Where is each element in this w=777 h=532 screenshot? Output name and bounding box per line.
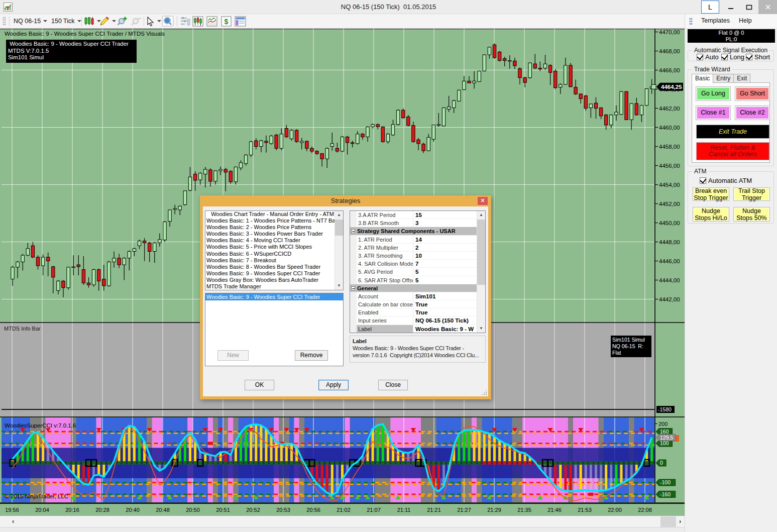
remove-button[interactable]: Remove xyxy=(295,350,328,361)
reset-flatten-button[interactable]: Reset, Flatten & Cancel all Orders xyxy=(696,142,769,160)
strategy-list-item[interactable]: Woodies Chart Trader - Manual Order Entr… xyxy=(205,211,343,218)
dollar-icon[interactable]: $ xyxy=(221,14,232,28)
cci-hist-bar xyxy=(275,442,278,463)
scrollbar-thumb[interactable] xyxy=(335,220,343,236)
strategy-list[interactable]: Woodies Chart Trader - Manual Order Entr… xyxy=(205,210,344,290)
dialog-resize-grip[interactable] xyxy=(481,389,487,395)
property-grid-scrollbar[interactable]: ▲▼ xyxy=(477,211,485,333)
automatic-atm-checkbox[interactable]: Automatic ATM xyxy=(700,177,752,184)
strategy-list-item[interactable]: Woodies Basic: 4 - Moving CCI Trader xyxy=(205,237,343,244)
menu-templates[interactable]: Templates xyxy=(701,17,730,24)
property-row[interactable]: 3. ATR Smoothing10 xyxy=(350,252,485,260)
horizontal-scrollbar[interactable]: ‹ › xyxy=(0,516,685,527)
auto-checkbox[interactable]: Auto xyxy=(697,53,719,61)
property-row[interactable]: Input seriesNQ 06-15 (150 Tick) xyxy=(350,316,485,325)
menu-grip[interactable] xyxy=(689,18,693,25)
property-grid[interactable]: 3.A ATR Period153.B ATR Smooth3Strategy … xyxy=(350,210,486,333)
cci-hist-bar xyxy=(595,463,597,491)
candles-style-icon[interactable] xyxy=(84,14,101,28)
close-button[interactable] xyxy=(758,0,777,14)
scrollbar-thumb[interactable] xyxy=(477,220,485,285)
property-row[interactable]: 5. AVG Period5 xyxy=(350,268,485,276)
candle-down xyxy=(82,270,85,283)
strategy-list-item[interactable]: Woodies Basic: 9 - Woodies Super CCI Tra… xyxy=(205,270,343,277)
property-row[interactable]: 2. ATR Multiplier2 xyxy=(350,244,485,252)
candle-up xyxy=(437,125,440,126)
close-2-button[interactable]: Close #2 xyxy=(735,105,770,120)
menu-help[interactable]: Help xyxy=(739,17,752,24)
property-group-row[interactable]: General xyxy=(350,284,485,292)
cci-zero-dot xyxy=(219,461,223,465)
scroll-down-icon[interactable]: ▼ xyxy=(335,282,343,290)
nudge-50-button[interactable]: NudgeStops 50% xyxy=(733,207,770,222)
scroll-left-icon[interactable]: ‹ xyxy=(12,517,14,525)
break-even-button[interactable]: Break evenStop Trigger xyxy=(693,187,729,201)
cci-zero-dot xyxy=(188,461,192,465)
property-row[interactable]: 1. ATR Period14 xyxy=(350,236,485,244)
property-row[interactable]: Label Woodies Basic: 9 - W xyxy=(350,325,485,333)
cci-zero-dot xyxy=(381,461,385,465)
property-row[interactable]: 6. SAR ATR Stop Offse5 xyxy=(350,276,485,284)
period-selector[interactable]: 150 Tick xyxy=(51,14,81,28)
exit-trade-button[interactable]: Exit Trade xyxy=(696,125,769,139)
minimize-button[interactable] xyxy=(722,0,740,14)
collapse-icon[interactable] xyxy=(351,286,355,290)
property-row[interactable]: AccountSim101 xyxy=(350,292,485,300)
trail-stop-button[interactable]: Trail StopTrigger xyxy=(733,187,770,201)
property-row[interactable]: EnabledTrue xyxy=(350,308,485,316)
cci-hist-bar xyxy=(280,444,283,463)
scroll-up-icon[interactable]: ▲ xyxy=(335,211,343,219)
strategy-list-item[interactable]: MTDS Trade Manager xyxy=(205,283,343,290)
chart-candles-icon[interactable] xyxy=(192,14,203,28)
close-1-button[interactable]: Close #1 xyxy=(696,105,731,120)
link-button[interactable]: L xyxy=(701,1,719,14)
instrument-selector[interactable]: NQ 06-15 xyxy=(14,14,47,28)
property-row[interactable]: 3.A ATR Period15 xyxy=(350,211,485,219)
selected-strategy-row[interactable]: Woodies Basic: 9 - Woodies Super CCI Tra… xyxy=(205,293,343,300)
strategy-list-item[interactable]: Woodies Basic: 1 - Woodies Price Pattern… xyxy=(205,218,343,224)
long-checkbox[interactable]: Long xyxy=(721,53,744,61)
panel-grid-icon[interactable] xyxy=(235,14,246,28)
cursor-icon[interactable] xyxy=(146,14,161,28)
scroll-up-icon[interactable]: ▲ xyxy=(477,211,485,219)
scroll-right-icon[interactable]: › xyxy=(679,517,681,525)
tab-basic[interactable]: Basic xyxy=(692,74,713,83)
strategies-dialog[interactable]: Strategies Woodies Chart Trader - Manual… xyxy=(200,195,491,399)
data-series-icon[interactable] xyxy=(180,14,191,28)
property-row[interactable]: Calculate on bar closeTrue xyxy=(350,300,485,308)
strategy-list-scrollbar[interactable]: ▲ ▼ xyxy=(335,211,343,290)
strategy-list-item[interactable]: Woodies Gray Box: Woodies Bars AutoTrade… xyxy=(205,277,343,283)
go-long-button[interactable]: Go Long xyxy=(696,86,731,101)
toolbar-grip[interactable] xyxy=(3,17,6,26)
scroll-down-icon[interactable]: ▼ xyxy=(477,325,485,333)
ok-button[interactable]: OK xyxy=(245,380,274,390)
scrollbar-thumb[interactable] xyxy=(660,516,676,527)
property-row[interactable]: 4. SAR Collision Mode7 xyxy=(350,260,485,268)
collapse-icon[interactable] xyxy=(351,229,355,233)
strategy-list-item[interactable]: Woodies Basic: 2 - Woodies Price Pattern… xyxy=(205,224,343,231)
new-button[interactable]: New xyxy=(217,350,249,361)
tab-exit[interactable]: Exit xyxy=(733,74,750,83)
candle-up xyxy=(113,258,116,262)
strategy-list-item[interactable]: Woodies Basic: 3 - Woodies Power Bars Tr… xyxy=(205,231,343,237)
chart-line-icon[interactable] xyxy=(206,14,217,28)
zoom-out-icon[interactable] xyxy=(131,14,142,28)
pencil-icon[interactable] xyxy=(99,14,116,28)
strategy-list-item[interactable]: Woodies Basic: 5 - Price with MCCI Slope… xyxy=(205,244,343,250)
nudge-hilo-button[interactable]: NudgeStops Hi/Lo xyxy=(693,207,729,222)
property-row[interactable]: 3.B ATR Smooth3 xyxy=(350,219,485,227)
close-dialog-button[interactable]: Close xyxy=(378,380,408,390)
short-checkbox[interactable]: Short xyxy=(746,53,770,61)
dialog-close-button[interactable] xyxy=(478,197,488,205)
strategy-list-item[interactable]: Woodies Basic: 6 - WSuperCCICD xyxy=(205,251,343,257)
go-short-button[interactable]: Go Short xyxy=(735,86,770,101)
trade-sidebar: Templates Help Flat 0 @ 0 PL:0 Automatic… xyxy=(685,14,777,532)
apply-button[interactable]: Apply xyxy=(318,380,349,390)
tab-entry[interactable]: Entry xyxy=(713,74,734,83)
property-group-row[interactable]: Strategy Shared Components - USAR xyxy=(350,227,485,235)
zoom-in-icon[interactable] xyxy=(117,14,128,28)
crosshair-icon[interactable] xyxy=(162,14,174,28)
maximize-button[interactable] xyxy=(740,0,758,14)
strategy-list-item[interactable]: Woodies Basic: 7 - Breakout xyxy=(205,257,343,264)
strategy-list-item[interactable]: Woodies Basic: 8 - Woodies Bar Speed Tra… xyxy=(205,264,343,270)
